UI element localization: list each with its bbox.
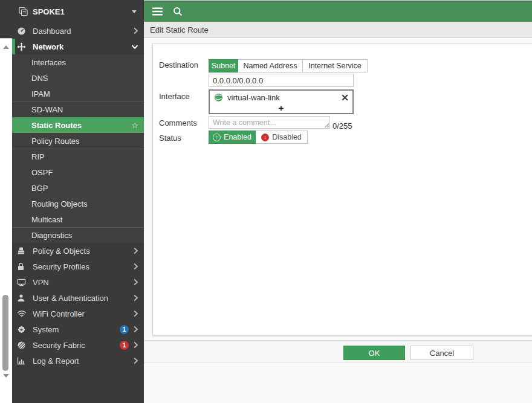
alert-badge: 1 (120, 341, 129, 350)
sidebar-item-label: Diagnostics (31, 231, 72, 240)
sidebar-item-multicast[interactable]: Multicast (0, 211, 144, 227)
sidebar-item-security-fabric[interactable]: Security Fabric 1 (0, 337, 144, 353)
chevron-right-icon (133, 326, 138, 333)
remove-interface-icon[interactable] (342, 94, 348, 101)
chevron-right-icon (133, 247, 138, 254)
sidebar-item-sd-wan[interactable]: SD-WAN (0, 102, 144, 117)
top-navbar (144, 0, 532, 22)
sidebar-item-dashboard[interactable]: Dashboard (0, 23, 144, 39)
gear-icon (17, 325, 28, 334)
comments-counter: 0/255 (332, 121, 352, 131)
sidebar-scrollbar (0, 38, 12, 403)
notification-badge: 1 (120, 325, 129, 334)
sidebar-item-label: BGP (31, 184, 48, 193)
sidebar-item-rip[interactable]: RIP (0, 149, 144, 164)
sidebar-item-label: Policy & Objects (33, 247, 90, 256)
plus-icon: + (279, 104, 284, 112)
chevron-right-icon (133, 279, 138, 286)
sidebar-item-label: User & Authentication (33, 294, 108, 303)
page-title: Edit Static Route (150, 25, 209, 34)
scroll-up-arrow-icon[interactable] (3, 45, 9, 49)
sidebar: SPOKE1 Dashboard Network Interfaces DNS … (0, 0, 144, 403)
status-disabled-button[interactable]: ↓ Disabled (255, 131, 308, 144)
interface-item-name: virtual-wan-link (227, 93, 280, 102)
sidebar-item-dns[interactable]: DNS (0, 70, 144, 86)
form-footer: OK Cancel (144, 340, 532, 363)
sidebar-item-static-routes[interactable]: Static Routes ☆ (0, 117, 144, 133)
scroll-down-arrow-icon[interactable] (3, 374, 9, 378)
add-interface-button[interactable]: + (210, 103, 352, 112)
interface-label: Interface (159, 92, 190, 101)
hamburger-menu-icon[interactable] (150, 5, 165, 18)
sidebar-item-label: Security Fabric (33, 341, 85, 350)
sidebar-item-ipam[interactable]: IPAM (0, 86, 144, 102)
destination-internet-service-button[interactable]: Internet Service (302, 59, 368, 73)
edit-static-route-form: Destination Subnet Named Address Interne… (152, 44, 532, 335)
destination-type-segmented: Subnet Named Address Internet Service (209, 59, 368, 73)
sidebar-item-label: Security Profiles (33, 262, 89, 271)
destination-named-address-button[interactable]: Named Address (238, 59, 303, 73)
sidebar-item-wifi-controller[interactable]: WiFi Controller (0, 306, 144, 321)
sidebar-item-user-authentication[interactable]: User & Authentication (0, 290, 144, 306)
sidebar-item-label: SD-WAN (31, 105, 63, 114)
status-label: Status (159, 134, 181, 143)
caret-down-icon (132, 10, 137, 13)
sidebar-item-log-report[interactable]: Log & Report (0, 353, 144, 369)
sidebar-item-diagnostics[interactable]: Diagnostics (0, 227, 144, 243)
interface-select-box[interactable]: virtual-wan-link + (209, 89, 354, 114)
scrollbar-thumb[interactable] (2, 295, 8, 371)
sidebar-item-label: WiFi Controller (33, 309, 85, 318)
sidebar-item-label: Static Routes (31, 121, 82, 130)
ok-button[interactable]: OK (343, 346, 405, 360)
sidebar-item-system[interactable]: System 1 (0, 321, 144, 337)
sidebar-item-label: Policy Routes (31, 137, 79, 146)
sidebar-item-label: Interfaces (31, 58, 66, 67)
virtual-wan-link-icon (214, 93, 223, 102)
chevron-right-icon (133, 341, 138, 349)
sidebar-item-network[interactable]: Network (0, 39, 144, 54)
bar-chart-icon (17, 356, 28, 365)
sidebar-item-label: RIP (31, 152, 45, 161)
move-icon (17, 42, 28, 51)
sidebar-item-bgp[interactable]: BGP (0, 180, 144, 196)
destination-label: Destination (159, 60, 198, 69)
vdom-label: SPOKE1 (33, 7, 65, 16)
destination-subnet-button[interactable]: Subnet (209, 59, 238, 73)
interface-selected-item: virtual-wan-link (210, 91, 352, 103)
sidebar-item-policy-objects[interactable]: Policy & Objects (0, 243, 144, 259)
sidebar-item-label: Network (33, 42, 63, 51)
search-icon[interactable] (170, 4, 185, 19)
vdom-icon (18, 7, 28, 16)
sidebar-item-security-profiles[interactable]: Security Profiles (0, 259, 144, 274)
cancel-button[interactable]: Cancel (410, 346, 473, 360)
chevron-right-icon (133, 357, 138, 364)
sidebar-item-vpn[interactable]: VPN (0, 274, 144, 290)
page-title-bar: Edit Static Route (144, 22, 532, 38)
lock-icon (17, 262, 28, 271)
sidebar-item-label: IPAM (31, 89, 50, 98)
gauge-icon (17, 27, 28, 36)
comments-textarea[interactable] (209, 116, 330, 129)
monitor-icon (17, 278, 28, 286)
sidebar-item-ospf[interactable]: OSPF (0, 164, 144, 180)
chevron-right-icon (133, 27, 138, 34)
stamp-icon (17, 247, 28, 255)
comments-label: Comments (159, 118, 197, 127)
vdom-selector[interactable]: SPOKE1 (0, 0, 144, 23)
sidebar-menu: Dashboard Network Interfaces DNS IPAM SD… (0, 23, 144, 369)
fabric-icon (17, 341, 28, 350)
status-enabled-label: Enabled (224, 133, 251, 141)
arrow-up-circle-icon: ↑ (213, 134, 221, 141)
wifi-icon (17, 309, 28, 318)
favorite-star-icon[interactable]: ☆ (131, 121, 138, 130)
status-disabled-label: Disabled (272, 133, 302, 141)
sidebar-item-label: System (33, 325, 59, 334)
sidebar-item-routing-objects[interactable]: Routing Objects (0, 196, 144, 211)
chevron-right-icon (133, 310, 138, 317)
chevron-right-icon (133, 263, 138, 270)
sidebar-item-policy-routes[interactable]: Policy Routes (0, 133, 144, 149)
chevron-right-icon (133, 294, 138, 301)
destination-subnet-input[interactable] (209, 74, 354, 87)
status-enabled-button[interactable]: ↑ Enabled (209, 131, 256, 144)
sidebar-item-interfaces[interactable]: Interfaces (0, 54, 144, 70)
